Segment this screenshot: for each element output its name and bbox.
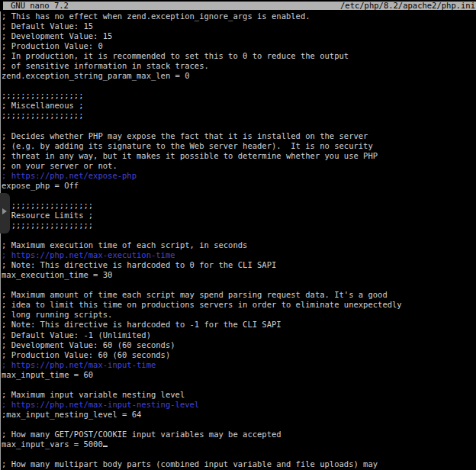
editor-line: ; Maximum input variable nesting level	[0, 390, 476, 400]
editor-line-url[interactable]: ; https://php.net/max-input-time	[0, 360, 476, 370]
editor-line: zend.exception_string_param_max_len = 0	[0, 71, 476, 81]
editor-line: ; (e.g. by adding its signature to the W…	[0, 141, 476, 151]
editor-line: ; Note: This directive is hardcoded to 0…	[0, 260, 476, 270]
editor-line: ; Note: This directive is hardcoded to -…	[0, 320, 476, 330]
editor-line: ; Development Value: 15	[0, 31, 476, 41]
editor-line: ; idea to limit this time on productions…	[0, 300, 476, 310]
editor-line	[0, 191, 476, 201]
editor-line: ; long running scripts.	[0, 310, 476, 320]
editor-line: ; Decides whether PHP may expose the fac…	[0, 131, 476, 141]
editor-line	[0, 280, 476, 290]
editor-line-url[interactable]: ; https://php.net/expose-php	[0, 171, 476, 181]
editor-line: ; Production Value: 60 (60 seconds)	[0, 350, 476, 360]
editor-line: ;;;;;;;;;;;;;;;;;;;	[0, 201, 476, 211]
file-path: /etc/php/8.2/apache2/php.ini	[340, 2, 476, 10]
editor-line: ;;;;;;;;;;;;;;;;;	[0, 91, 476, 101]
editor-body[interactable]: ; This has no effect when zend.exception…	[0, 11, 476, 470]
editor-line: ; Production Value: 0	[0, 41, 476, 51]
editor-line: ; on your server or not.	[0, 161, 476, 171]
editor-line: ; How many GET/POST/COOKIE input variabl…	[0, 430, 476, 439]
editor-line: ; Resource Limits ;	[0, 211, 476, 221]
editor-line: ; Maximum execution time of each script,…	[0, 240, 476, 250]
editor-line	[0, 420, 476, 430]
editor-line: ; In production, it is recommended to se…	[0, 51, 476, 61]
editor-line: ; This has no effect when zend.exception…	[0, 11, 476, 21]
editor-line: ; Miscellaneous ;	[0, 101, 476, 111]
editor-line: ;max_input_nesting_level = 64	[0, 410, 476, 420]
editor-line	[0, 81, 476, 91]
left-overlay-marker[interactable]	[0, 193, 10, 233]
editor-line: max_execution_time = 30	[0, 270, 476, 280]
text-cursor	[103, 446, 108, 447]
editor-line: ; How many multipart body parts (combine…	[0, 459, 476, 469]
editor-line: ; Default Value: 15	[0, 21, 476, 31]
editor-line-url[interactable]: ; https://php.net/max-input-nesting-leve…	[0, 400, 476, 410]
editor-line	[0, 121, 476, 131]
editor-line: ; threat in any way, but it makes it pos…	[0, 151, 476, 161]
terminal-screen[interactable]: GNU nano 7.2 /etc/php/8.2/apache2/php.in…	[0, 0, 476, 470]
nano-titlebar: GNU nano 7.2 /etc/php/8.2/apache2/php.in…	[3, 2, 476, 10]
editor-line: max_input_time = 60	[0, 370, 476, 380]
editor-line: ; Maximum amount of time each script may…	[0, 290, 476, 300]
editor-line: expose_php = Off	[0, 181, 476, 191]
editor-line	[0, 230, 476, 240]
app-title: GNU nano 7.2	[3, 2, 69, 10]
editor-line-url[interactable]: ; https://php.net/max-execution-time	[0, 250, 476, 260]
editor-line: ; Default Value: -1 (Unlimited)	[0, 330, 476, 340]
editor-line: ; of sensitive information in stack trac…	[0, 61, 476, 71]
editor-line	[0, 449, 476, 459]
editor-line: ;;;;;;;;;;;;;;;;;;;	[0, 221, 476, 230]
play-triangle-icon	[2, 208, 7, 214]
editor-line	[0, 380, 476, 390]
editor-line: max_input_vars = 5000	[0, 439, 476, 449]
editor-line: ;;;;;;;;;;;;;;;;;	[0, 111, 476, 121]
editor-line: ; Development Value: 60 (60 seconds)	[0, 340, 476, 350]
